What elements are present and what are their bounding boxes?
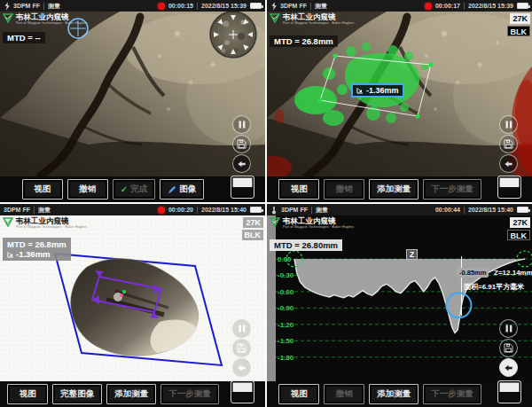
- range-badges: 27K BLK: [507, 13, 531, 36]
- mtd-readout: MTD = 26.8mm -1.36mm: [3, 238, 71, 261]
- measure-menu-label[interactable]: 测量: [48, 2, 60, 11]
- screen-mode-badge: BLK: [242, 230, 264, 240]
- depth-cursor-label: -0.85mm: [457, 268, 489, 278]
- mtd-readout: MTD = --: [3, 32, 45, 43]
- add-measurement-button[interactable]: 添加测量: [369, 384, 419, 404]
- depth-annotation: -1.36mm: [7, 249, 66, 259]
- back-button[interactable]: [499, 154, 518, 173]
- depth-angle-icon: [7, 251, 14, 258]
- mtd-value: MTD = 26.8mm: [7, 239, 66, 249]
- measure-menu-label[interactable]: 测量: [316, 206, 328, 215]
- brand-logo: 韦林工业内窥镜 Part of Waygate Technologies · B…: [270, 13, 354, 26]
- brand-tagline: Part of Waygate Technologies · Baker Hug…: [283, 21, 354, 26]
- panel-depth-profile: 3DPM FF 测量 00:00:44 2022/8/15 15:40 0.00…: [267, 204, 532, 407]
- save-button[interactable]: [499, 135, 518, 153]
- brand-triangle-icon: [3, 217, 13, 227]
- full-image-button[interactable]: 完整图像: [52, 384, 102, 404]
- bottom-toolbar: 视图 撤销 添加测量 下一步测量: [267, 176, 532, 202]
- datetime-label: 2022/8/15 15:40: [468, 207, 513, 213]
- brand-name: 韦林工业内窥镜: [16, 217, 87, 225]
- freeze-frame-toggle[interactable]: [231, 380, 254, 403]
- range-badges: 27K BLK: [242, 217, 264, 240]
- view-button[interactable]: 视图: [278, 179, 319, 200]
- save-button[interactable]: [499, 339, 518, 357]
- undo-button[interactable]: 撤销: [324, 179, 364, 200]
- divider: [197, 207, 198, 214]
- next-measurement-button[interactable]: 下一步测量: [423, 384, 481, 404]
- brand-name: 韦林工业内窥镜: [283, 217, 354, 225]
- mode-label: 3DPM FF: [280, 3, 307, 9]
- range-badges: 27K BLK: [507, 217, 531, 240]
- freeze-frame-toggle[interactable]: [497, 380, 521, 403]
- brand-triangle-icon: [270, 217, 280, 227]
- measure-menu-label[interactable]: 测量: [315, 2, 327, 11]
- z-axis-marker[interactable]: Z: [406, 249, 418, 260]
- brand-triangle-icon: [270, 13, 280, 23]
- screen-mode-badge: BLK: [507, 26, 531, 36]
- svg-text:-0.60: -0.60: [278, 288, 294, 296]
- divider: [34, 207, 35, 214]
- pause-button[interactable]: [232, 319, 251, 338]
- back-button[interactable]: [232, 358, 251, 377]
- quad-view-screen: 3DPM FF 测量 00:00:15 2022/8/15 15:39: [0, 0, 532, 407]
- freeze-frame-toggle[interactable]: [231, 176, 254, 199]
- brand-name: 韦林工业内窥镜: [16, 13, 87, 21]
- add-measurement-button[interactable]: 添加测量: [369, 179, 419, 200]
- mode-label: 3DPM FF: [4, 207, 30, 213]
- svg-text:-0.30: -0.30: [278, 271, 294, 279]
- divider: [310, 3, 311, 10]
- brand-tagline: Part of Waygate Technologies · Baker Hug…: [16, 225, 87, 230]
- svg-text:-1.20: -1.20: [278, 321, 294, 329]
- pause-button[interactable]: [232, 115, 251, 134]
- zoom-inset: [210, 12, 256, 58]
- recording-timer: 00:00:15: [168, 3, 193, 9]
- view-button[interactable]: 视图: [22, 179, 63, 200]
- save-button[interactable]: [232, 339, 251, 357]
- battery-icon: [250, 3, 262, 9]
- divider: [197, 3, 198, 10]
- status-bar: 3DPM FF 测量 00:00:17 2022/8/15 15:39: [267, 0, 532, 12]
- status-bar: 3DPM FF 测量 00:00:15 2022/8/15 15:39: [0, 0, 265, 12]
- pen-icon: [168, 185, 176, 194]
- gain-badge: 27K: [243, 217, 263, 228]
- measure-menu-label[interactable]: 测量: [38, 206, 51, 215]
- svg-text:0.00: 0.00: [278, 255, 292, 263]
- brand-tagline: Part of Waygate Technologies · Baker Hug…: [16, 21, 87, 26]
- undo-button[interactable]: 撤销: [324, 384, 364, 404]
- done-button[interactable]: ✓完成: [113, 179, 155, 200]
- next-measurement-button[interactable]: 下一步测量: [423, 179, 481, 200]
- brand-logo: 韦林工业内窥镜 Part of Waygate Technologies · B…: [3, 13, 87, 26]
- view-button[interactable]: 视图: [7, 384, 48, 404]
- add-measurement-button[interactable]: 添加测量: [106, 384, 156, 404]
- pause-button[interactable]: [499, 319, 518, 338]
- undo-button[interactable]: 撤销: [67, 179, 108, 200]
- bottom-toolbar: 视图 撤销 添加测量 下一步测量: [267, 381, 532, 407]
- back-button[interactable]: [232, 154, 251, 173]
- datetime-label: 2022/8/15 15:39: [201, 3, 246, 9]
- battery-icon: [517, 207, 528, 213]
- lightning-icon: [4, 2, 10, 11]
- panel-live-capture: 3DPM FF 测量 00:00:15 2022/8/15 15:39: [0, 0, 265, 202]
- divider: [464, 3, 465, 10]
- recording-timer: 00:00:17: [435, 3, 460, 9]
- pause-button[interactable]: [499, 115, 518, 134]
- battery-icon: [250, 207, 262, 213]
- save-button[interactable]: [232, 135, 251, 153]
- next-measurement-button[interactable]: 下一步测量: [160, 384, 219, 404]
- recording-timer: 00:00:20: [168, 207, 193, 213]
- freeze-frame-toggle[interactable]: [497, 176, 521, 199]
- mode-label: 3DPM FF: [281, 207, 308, 213]
- divider: [464, 207, 465, 214]
- svg-text:-1.50: -1.50: [278, 337, 294, 345]
- side-controls: [499, 115, 518, 173]
- datetime-label: 2022/8/15 15:39: [468, 3, 513, 9]
- status-bar: 3DPM FF 测量 00:00:44 2022/8/15 15:40: [267, 204, 532, 215]
- back-button[interactable]: [499, 358, 518, 377]
- image-button[interactable]: 图像: [160, 179, 204, 200]
- view-button[interactable]: 视图: [278, 384, 319, 404]
- brand-tagline: Part of Waygate Technologies · Baker Hug…: [283, 225, 354, 230]
- status-bar: 3DPM FF 测量 00:00:20 2022/8/15 15:40: [0, 204, 265, 215]
- record-indicator: [425, 3, 432, 10]
- depth-annotation[interactable]: -1.36mm: [351, 83, 404, 98]
- depth-angle-icon: [356, 87, 364, 94]
